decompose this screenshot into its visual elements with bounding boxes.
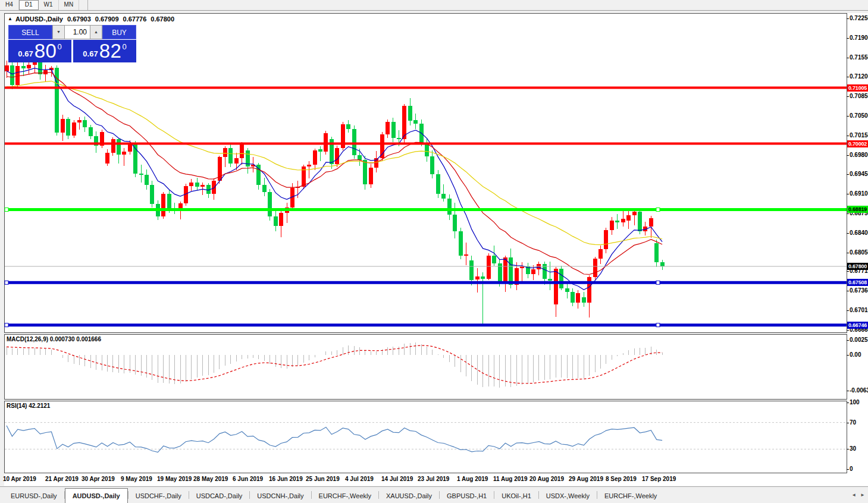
- timeframe-button-w1[interactable]: W1: [39, 0, 59, 10]
- price-tick-label: 0.70850: [850, 93, 868, 99]
- volume-input[interactable]: [65, 25, 90, 39]
- buy-price-display[interactable]: 0.67 82 0: [73, 40, 136, 62]
- date-tick-label: 11 Aug 2019: [493, 476, 527, 482]
- rsi-tick-label: 30: [850, 445, 856, 452]
- sell-price-display[interactable]: 0.67 80 0: [8, 40, 71, 62]
- timeframe-button-mn[interactable]: MN: [59, 0, 80, 10]
- buy-button[interactable]: BUY: [102, 25, 136, 39]
- macd-tick-label: 0.00: [850, 351, 861, 358]
- sell-price-sup: 0: [57, 42, 61, 51]
- date-tick-label: 8 Sep 2019: [606, 476, 637, 482]
- price-tick-label: 0.68050: [850, 249, 868, 256]
- rsi-tick-label: 0: [850, 466, 853, 472]
- price-tick-label: 0.70150: [850, 132, 868, 139]
- chart-tab-eurchf-weekly[interactable]: EURCHF-,Weekly: [312, 490, 378, 502]
- rsi-pane[interactable]: [4, 401, 847, 473]
- sell-button[interactable]: SELL: [8, 25, 52, 39]
- price-tick-label: 0.71900: [850, 34, 868, 41]
- one-click-trading-panel: SELL ▼ ▲ BUY 0.67 80 0 0.67 82 0: [8, 25, 136, 62]
- current-price-badge: 0.67800: [847, 263, 868, 270]
- spin-down-icon: ▼: [57, 30, 61, 34]
- volume-decrease-button[interactable]: ▼: [52, 25, 65, 39]
- buy-price-big: 82: [99, 40, 122, 62]
- buy-price-sup: 0: [122, 42, 126, 51]
- price-tick-label: 0.68400: [850, 230, 868, 236]
- chart-tab-xauusd-daily[interactable]: XAUUSD-,Daily: [379, 490, 439, 502]
- date-tick-label: 4 Jul 2019: [345, 476, 374, 482]
- chart-tab-usdx-weekly[interactable]: USDX-,Weekly: [539, 490, 597, 502]
- timeframe-toolbar: H4D1W1MN: [0, 0, 868, 11]
- price-tick-label: 0.69800: [850, 152, 868, 158]
- price-tick-label: 0.70500: [850, 112, 868, 119]
- tab-scroll-right-icon[interactable]: ►: [860, 492, 865, 498]
- price-tick-label: 0.71200: [850, 73, 868, 80]
- price-tick-label: 0.69100: [850, 190, 868, 197]
- date-tick-label: 29 Aug 2019: [569, 476, 603, 482]
- date-tick-label: 25 Jun 2019: [306, 476, 340, 482]
- date-tick-label: 30 Apr 2019: [82, 476, 115, 482]
- sell-price-big: 80: [35, 40, 57, 62]
- price-tick-label: 0.71550: [850, 54, 868, 61]
- price-tick-label: 0.67360: [850, 287, 868, 294]
- macd-label: MACD(12,26,9) 0.000730 0.001666: [7, 336, 101, 342]
- date-tick-label: 23 Jul 2019: [418, 476, 449, 482]
- chart-tab-usdcnh-daily[interactable]: USDCNH-,Daily: [250, 490, 311, 502]
- chart-tab-eurusd-daily[interactable]: EURUSD-,Daily: [4, 490, 64, 502]
- timeframe-button-h4[interactable]: H4: [0, 0, 19, 10]
- chart-tab-ukoil-h1[interactable]: UKOil-,H1: [494, 490, 538, 502]
- date-tick-label: 14 Jul 2019: [381, 476, 413, 482]
- price-tick-label: 0.69450: [850, 171, 868, 177]
- price-level-badge: 0.66746: [847, 322, 868, 329]
- toolbar-separator: [87, 0, 88, 10]
- price-tick-label: 0.72250: [850, 15, 868, 21]
- chart-tab-eurchf-weekly[interactable]: EURCHF-,Weekly: [597, 490, 664, 502]
- chart-tabs-bar: EURUSD-,DailyAUDUSD-,DailyUSDCHF-,DailyU…: [0, 486, 868, 503]
- price-level-badge: 0.67508: [847, 279, 868, 286]
- date-tick-label: 19 May 2019: [157, 476, 192, 482]
- date-tick-label: 6 Jun 2019: [233, 476, 263, 482]
- collapse-icon[interactable]: ▲: [8, 16, 12, 22]
- price-level-badge: 0.70002: [847, 140, 868, 147]
- spin-up-icon: ▲: [94, 30, 98, 34]
- date-tick-label: 20 Aug 2019: [529, 476, 564, 482]
- date-tick-label: 10 Apr 2019: [3, 476, 36, 482]
- timeframe-button-d1[interactable]: D1: [19, 0, 39, 10]
- buy-price-small: 0.67: [83, 49, 98, 58]
- rsi-tick-label: 70: [850, 419, 856, 426]
- macd-tick-label: 0.002574: [850, 337, 868, 343]
- date-tick-label: 28 May 2019: [193, 476, 228, 482]
- volume-increase-button[interactable]: ▲: [90, 25, 102, 39]
- quote-open: 0.67903: [67, 15, 91, 23]
- quote-low: 0.67776: [123, 15, 147, 23]
- chart-header: ▲ AUDUSD-,Daily 0.67903 0.67909 0.67776 …: [8, 15, 174, 23]
- date-tick-label: 17 Sep 2019: [642, 476, 676, 482]
- price-level-badge: 0.68819: [847, 206, 868, 213]
- tab-scroll-arrows: ◄ ►: [851, 492, 865, 498]
- date-tick-label: 16 Jun 2019: [269, 476, 303, 482]
- macd-pane[interactable]: [4, 334, 847, 400]
- tab-scroll-left-icon[interactable]: ◄: [851, 492, 856, 498]
- chart-tab-usdcad-daily[interactable]: USDCAD-,Daily: [189, 490, 250, 502]
- quote-close: 0.67800: [151, 15, 174, 23]
- chart-tab-usdchf-daily[interactable]: USDCHF-,Daily: [129, 490, 189, 502]
- chart-tab-audusd-daily[interactable]: AUDUSD-,Daily: [65, 488, 128, 503]
- rsi-tick-label: 100: [850, 399, 860, 405]
- sell-price-small: 0.67: [18, 49, 33, 58]
- mt4-chart-window: H4D1W1MN ▲ AUDUSD-,Daily 0.67903 0.67909…: [0, 0, 868, 503]
- macd-tick-label: -0.00632: [850, 387, 868, 394]
- quote-high: 0.67909: [95, 15, 119, 23]
- chart-tab-gbpusd-h1[interactable]: GBPUSD-,H1: [440, 490, 494, 502]
- date-tick-label: 9 May 2019: [121, 476, 152, 482]
- price-level-badge: 0.71005: [847, 84, 868, 92]
- chart-symbol-label: AUDUSD-,Daily: [15, 15, 63, 23]
- rsi-label: RSI(14) 42.2121: [7, 403, 50, 409]
- date-tick-label: 1 Aug 2019: [457, 476, 488, 482]
- price-tick-label: 0.67010: [850, 307, 868, 313]
- date-tick-label: 21 Apr 2019: [45, 476, 79, 482]
